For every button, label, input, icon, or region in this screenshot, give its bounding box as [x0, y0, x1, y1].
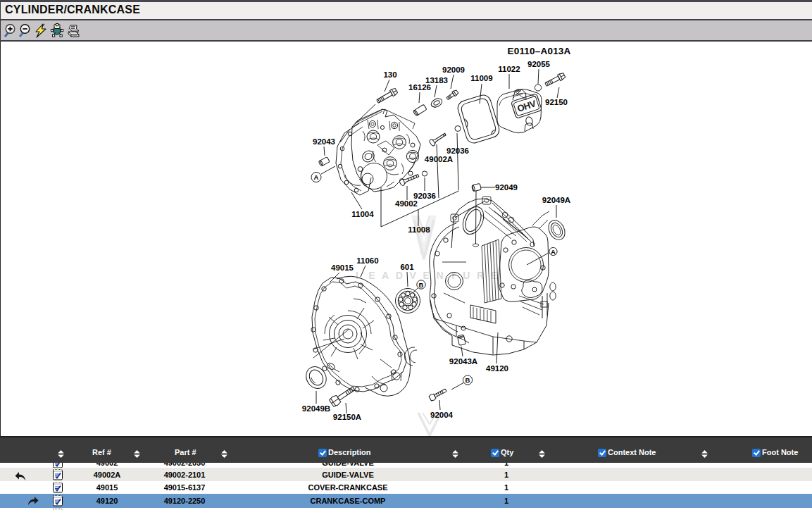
svg-text:B: B [419, 281, 424, 289]
svg-text:92150A: 92150A [333, 413, 361, 421]
svg-text:92049: 92049 [495, 183, 518, 192]
svg-text:A: A [551, 248, 556, 256]
svg-text:92043A: 92043A [449, 357, 477, 366]
svg-text:11060: 11060 [356, 256, 378, 265]
svg-text:49015: 49015 [331, 263, 354, 272]
svg-text:11008: 11008 [408, 225, 430, 234]
svg-text:A: A [314, 173, 319, 181]
svg-text:49002: 49002 [395, 199, 418, 208]
svg-text:OHV: OHV [516, 98, 537, 114]
svg-text:92049A: 92049A [542, 196, 570, 204]
svg-text:11022: 11022 [498, 65, 520, 73]
svg-text:92043: 92043 [313, 137, 335, 146]
svg-text:13183: 13183 [425, 76, 448, 85]
svg-text:130: 130 [383, 70, 396, 79]
svg-text:11009: 11009 [470, 74, 492, 82]
svg-text:92009: 92009 [442, 66, 465, 74]
svg-text:49120: 49120 [486, 364, 508, 373]
svg-text:92150: 92150 [545, 98, 568, 106]
svg-text:92004: 92004 [430, 411, 454, 419]
svg-text:601: 601 [400, 263, 414, 271]
svg-text:92049B: 92049B [302, 404, 330, 413]
svg-text:B: B [466, 376, 470, 384]
svg-text:92055: 92055 [527, 60, 551, 68]
svg-text:E0110–A013A: E0110–A013A [507, 46, 570, 56]
svg-text:92036: 92036 [446, 147, 469, 155]
svg-text:11004: 11004 [351, 210, 374, 218]
svg-text:49002A: 49002A [425, 155, 453, 163]
